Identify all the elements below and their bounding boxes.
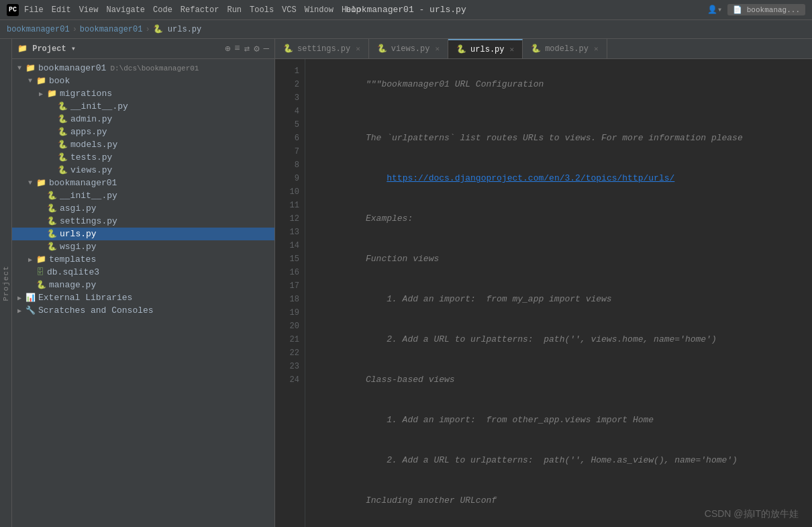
tab-views-label: views.py	[391, 44, 430, 54]
tree-item-apps[interactable]: 🐍 apps.py	[12, 126, 274, 138]
tree-item-manage[interactable]: 🐍 manage.py	[12, 279, 274, 291]
code-line-7: 1. Add an import: from my_app import vie…	[313, 279, 812, 320]
tests-icon: 🐍	[58, 152, 68, 162]
tree-item-book[interactable]: ▼ 📁 book	[12, 75, 274, 87]
editor-tabs[interactable]: 🐍 settings.py ✕ 🐍 views.py ✕ 🐍 urls.py ✕…	[275, 39, 812, 59]
tree-item-urls[interactable]: 🐍 urls.py	[12, 228, 274, 240]
apps-name: apps.py	[70, 127, 107, 137]
main-layout: Project 📁 Project ▾ ⊕ ≡ ⇄ ⚙ — ▼ 📁	[0, 39, 812, 527]
root-folder-icon: 📁	[26, 63, 36, 73]
menu-edit[interactable]: Edit	[52, 5, 71, 15]
code-line-5: Examples:	[313, 199, 812, 239]
title-bar: PC File Edit View Navigate Code Refactor…	[0, 0, 812, 20]
book-init-icon: 🐍	[58, 101, 68, 111]
tree-item-admin[interactable]: 🐍 admin.py	[12, 113, 274, 126]
tree-root[interactable]: ▼ 📁 bookmanager01 D:\dcs\bookmanager01	[12, 62, 274, 75]
manage-icon: 🐍	[36, 280, 46, 290]
tree-item-book-init[interactable]: 🐍 __init__.py	[12, 100, 274, 113]
tree-item-models-book[interactable]: 🐍 models.py	[12, 138, 274, 151]
tree-item-tests[interactable]: 🐍 tests.py	[12, 151, 274, 164]
tree-item-settings[interactable]: 🐍 settings.py	[12, 215, 274, 228]
templates-name: templates	[49, 254, 96, 265]
code-content[interactable]: """bookmanager01 URL Configuration The `…	[305, 59, 812, 527]
sidebar-action-minimize[interactable]: —	[264, 43, 269, 54]
code-line-2	[313, 105, 812, 118]
asgi-icon: 🐍	[47, 203, 57, 213]
sidebar-action-sync[interactable]: ⇄	[244, 43, 250, 54]
tree-item-ext-libs[interactable]: ▶ 📊 External Libraries	[12, 291, 274, 304]
breadcrumb-mid[interactable]: bookmanager01	[80, 25, 143, 34]
tree-item-templates[interactable]: ▶ 📁 templates	[12, 253, 274, 266]
watermark: CSDN @搞IT的放牛娃	[705, 508, 799, 520]
tree-item-bm-init[interactable]: 🐍 __init__.py	[12, 189, 274, 202]
tab-urls-label: urls.py	[470, 45, 504, 54]
ext-libs-icon: 📊	[26, 293, 36, 303]
code-area[interactable]: 12345 678910 1112131415 1617181920 21222…	[275, 59, 812, 527]
sidebar-action-collapse[interactable]: ≡	[234, 43, 240, 54]
code-line-11: 2. Add a URL to urlpatterns: path('', Ho…	[313, 440, 812, 481]
menu-run[interactable]: Run	[227, 5, 242, 15]
menu-file[interactable]: File	[24, 5, 44, 15]
code-line-10: 1. Add an import: from other_app.views i…	[313, 400, 812, 440]
sidebar-actions[interactable]: ⊕ ≡ ⇄ ⚙ —	[225, 43, 269, 54]
menu-refactor[interactable]: Refactor	[181, 5, 219, 15]
tests-name: tests.py	[70, 152, 112, 162]
tab-models[interactable]: 🐍 models.py ✕	[523, 39, 607, 58]
user-icon[interactable]: 👤▾	[707, 5, 722, 15]
db-name: db.sqlite3	[47, 267, 99, 277]
menu-view[interactable]: View	[79, 5, 99, 15]
menu-window[interactable]: Window	[305, 5, 334, 15]
tab-views-close[interactable]: ✕	[435, 44, 440, 53]
models-book-name: models.py	[70, 140, 117, 150]
urls-name: urls.py	[60, 229, 97, 239]
window-title: bookmanager01 - urls.py	[346, 5, 466, 15]
title-right-actions: 👤▾ 📄 bookmanag...	[707, 4, 805, 15]
bm01-folder-icon: 📁	[36, 178, 46, 188]
tree-item-migrations[interactable]: ▶ 📁 migrations	[12, 87, 274, 100]
sidebar-action-add[interactable]: ⊕	[225, 43, 230, 54]
tree-item-db[interactable]: 🗄 db.sqlite3	[12, 266, 274, 279]
tree-item-wsgi[interactable]: 🐍 wsgi.py	[12, 240, 274, 253]
menu-vcs[interactable]: VCS	[282, 5, 297, 15]
sidebar-action-settings[interactable]: ⚙	[254, 43, 259, 54]
apps-icon: 🐍	[58, 127, 68, 137]
tab-urls[interactable]: 🐍 urls.py ✕	[448, 39, 523, 58]
code-line-4: https://docs.djangoproject.com/en/3.2/to…	[313, 158, 812, 199]
ext-libs-name: External Libraries	[38, 293, 132, 303]
breadcrumb-file[interactable]: 🐍 urls.py	[153, 24, 202, 34]
models-book-icon: 🐍	[58, 140, 68, 150]
tab-urls-close[interactable]: ✕	[510, 45, 515, 54]
tree-item-views-book[interactable]: 🐍 views.py	[12, 164, 274, 177]
code-editor: 🐍 settings.py ✕ 🐍 views.py ✕ 🐍 urls.py ✕…	[275, 39, 812, 527]
menu-tools[interactable]: Tools	[250, 5, 274, 15]
tab-settings-close[interactable]: ✕	[356, 44, 360, 53]
asgi-name: asgi.py	[60, 203, 97, 213]
tab-settings[interactable]: 🐍 settings.py ✕	[275, 39, 369, 58]
tree-item-scratches[interactable]: ▶ 🔧 Scratches and Consoles	[12, 304, 274, 317]
settings-icon: 🐍	[47, 216, 57, 226]
breadcrumb-root[interactable]: bookmanager01	[7, 25, 70, 34]
code-line-9: Class-based views	[313, 360, 812, 400]
menu-navigate[interactable]: Navigate	[106, 5, 145, 15]
book-arrow: ▼	[28, 77, 36, 85]
book-folder-icon: 📁	[36, 76, 46, 86]
templates-folder-icon: 📁	[36, 254, 46, 265]
root-name: bookmanager01	[38, 63, 106, 73]
menu-code[interactable]: Code	[153, 5, 172, 15]
admin-icon: 🐍	[58, 114, 68, 124]
views-book-name: views.py	[70, 165, 112, 175]
tree-item-bookmanager01-dir[interactable]: ▼ 📁 bookmanager01	[12, 177, 274, 189]
scratches-icon: 🔧	[26, 305, 36, 316]
migrations-folder-icon: 📁	[47, 89, 57, 99]
scratches-name: Scratches and Consoles	[38, 305, 154, 316]
tab-views[interactable]: 🐍 views.py ✕	[369, 39, 448, 58]
bm-init-name: __init__.py	[60, 191, 117, 201]
file-tree: ▼ 📁 bookmanager01 D:\dcs\bookmanager01 ▼…	[12, 59, 274, 527]
admin-name: admin.py	[70, 114, 112, 124]
wsgi-name: wsgi.py	[60, 242, 97, 252]
wsgi-icon: 🐍	[47, 242, 57, 252]
sidebar-title: 📁 Project ▾	[17, 44, 219, 54]
menu-bar[interactable]: File Edit View Navigate Code Refactor Ru…	[24, 5, 361, 15]
tab-models-close[interactable]: ✕	[594, 44, 599, 53]
tree-item-asgi[interactable]: 🐍 asgi.py	[12, 202, 274, 215]
